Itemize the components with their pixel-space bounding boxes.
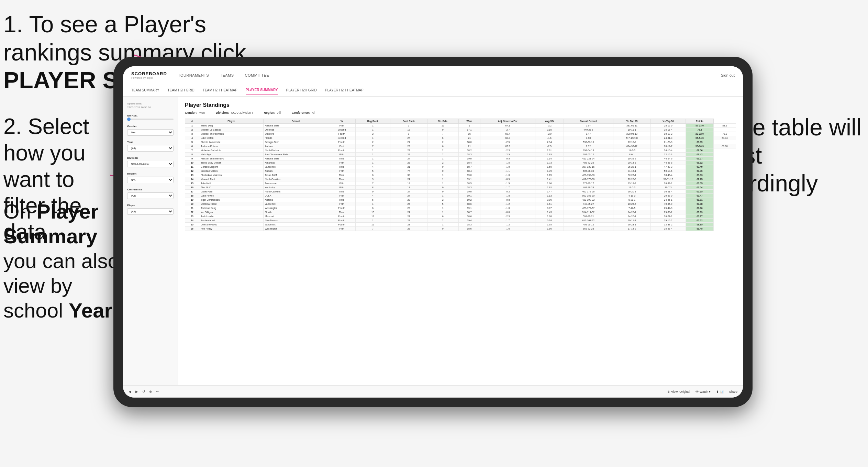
division-label: Division: [127, 156, 174, 159]
filter-division: Division: NCAA Division I: [216, 111, 253, 114]
player-label: Player: [127, 204, 174, 207]
no-rds-slider[interactable]: [127, 119, 174, 120]
tab-team-h2h-grid[interactable]: TEAM H2H GRID: [168, 86, 194, 95]
table-body: 1Wenyi DingArizona StateFirst1115167.1-3…: [185, 124, 736, 231]
toolbar-back[interactable]: ◀: [129, 390, 131, 393]
sidebar: Update time: 27/03/2024 16:56:26 No Rds.…: [123, 97, 178, 385]
logo-sub: Powered by clippi: [131, 76, 167, 79]
table-header-row: # Player School Yr Reg Rank Conf Rank No…: [185, 119, 736, 124]
table-row: 14Maxwell FordNorth CarolinaThird324169.…: [185, 177, 736, 181]
table-row: 17David FordNorth CarolinaThird924069.0-…: [185, 190, 736, 194]
tab-player-summary[interactable]: PLAYER SUMMARY: [246, 85, 278, 95]
logo-title: SCOREBOARD: [131, 71, 167, 76]
table-row: 22Ian GilliganFloridaThird1024168.7-0.81…: [185, 210, 736, 214]
col-conf-rank: Conf Rank: [390, 119, 427, 124]
region-section: Region N/A: [127, 172, 174, 183]
year-label: Year: [127, 141, 174, 144]
table-row: 7Nicholas GabrelcikNorth FloridaFourth12…: [185, 148, 736, 153]
tab-team-h2h-heatmap[interactable]: TEAM H2H HEATMAP: [203, 86, 237, 95]
division-select[interactable]: NCAA Division I: [127, 161, 174, 167]
table-row: 24Bastien AmatNew MexicoFourth127269.4-1…: [185, 219, 736, 223]
col-yr: Yr: [328, 119, 355, 124]
sign-out[interactable]: Sign out: [721, 73, 735, 77]
table-row: 9Preston SummerhaysArizona StateThird124…: [185, 157, 736, 161]
col-school: School: [263, 119, 328, 124]
table-row: 4Luke ClatonFloridaSecond12762168.2-1.61…: [185, 136, 736, 140]
table-row: 16Alex GoffKentuckyFifth819068.3-1.71.92…: [185, 186, 736, 190]
table-row: 26Petr HrubyWashingtonFifth725068.6-1.61…: [185, 227, 736, 231]
nav-tournaments[interactable]: TOURNAMENTS: [178, 72, 209, 79]
filters-row: Gender: Men Division: NCAA Division I Re…: [185, 111, 736, 114]
year-select[interactable]: (All) First Second Third Fourth Fifth: [127, 145, 174, 152]
instruction-bottom: On Player Summary you can also view by s…: [3, 199, 127, 323]
bottom-note-prefix: On: [3, 200, 37, 223]
toolbar-forward[interactable]: ▶: [135, 390, 138, 393]
nav-committee[interactable]: COMMITTEE: [245, 72, 269, 79]
table-row: 11Gordon SargentVanderbiltThird421068.7-…: [185, 165, 736, 169]
update-time: Update time: 27/03/2024 16:56:26: [127, 102, 174, 109]
tablet-screen: SCOREBOARD Powered by clippi TOURNAMENTS…: [123, 66, 743, 398]
col-points: Points: [686, 119, 713, 124]
filter-conference: Conference: All: [292, 111, 315, 114]
filter-gender: Gender: Men: [185, 111, 205, 114]
table-row: 10Jacob Skov OlesenArkansasFifth123268.4…: [185, 161, 736, 165]
toolbar-view: 🖥 View: Original 👁 Watch ▾ ⬆ 📊 Share: [667, 390, 737, 393]
player-select[interactable]: (All): [127, 208, 174, 215]
gender-section: Gender Men Women: [127, 125, 174, 136]
toolbar-more[interactable]: ···: [156, 390, 159, 393]
table-row: 18Luke PowellUCLAFirst424169.1-1.81.1350…: [185, 194, 736, 198]
col-vs-top50: Vs Top 50: [651, 119, 686, 124]
col-vs-top25: Vs Top 25: [613, 119, 651, 124]
toolbar-home[interactable]: ⊕: [149, 390, 152, 393]
table-row: 8Mats EgeEast Tennessee StateFifth124268…: [185, 153, 736, 157]
no-rds-label: No Rds.: [127, 114, 174, 117]
table-row: 5Christo LamprechtGeorgia TechFourth2212…: [185, 140, 736, 144]
col-wins: Wins: [459, 119, 480, 124]
tab-team-summary[interactable]: TEAM SUMMARY: [131, 86, 159, 95]
tab-player-h2h-grid[interactable]: PLAYER H2H GRID: [286, 86, 317, 95]
watch-btn[interactable]: 👁 Watch ▾: [695, 390, 711, 393]
share-controls: ⬆ 📊: [716, 390, 724, 393]
no-rds-section: No Rds.: [127, 114, 174, 120]
table-area: Player Standings Gender: Men Division: N…: [178, 97, 743, 385]
table-row: 1Wenyi DingArizona StateFirst1115167.1-3…: [185, 124, 736, 128]
table-title: Player Standings: [185, 102, 736, 108]
nav-bar: SCOREBOARD Powered by clippi TOURNAMENTS…: [123, 66, 743, 84]
year-section: Year (All) First Second Third Fourth Fif…: [127, 141, 174, 152]
col-reg-rank: Reg Rank: [356, 119, 390, 124]
table-row: 3Michael ThorbjornsenStanfordFourth28715…: [185, 132, 736, 136]
toolbar-reload[interactable]: ↺: [142, 390, 145, 393]
region-select[interactable]: N/A: [127, 177, 174, 183]
player-section: Player (All): [127, 204, 174, 215]
tablet-device: SCOREBOARD Powered by clippi TOURNAMENTS…: [113, 57, 753, 407]
bottom-toolbar: ◀ ▶ ↺ ⊕ ··· 🖥 View: Original 👁 Watch ▾ ⬆…: [123, 385, 743, 398]
table-row: 2Michael Le SassasOle MissSecond118067.1…: [185, 128, 736, 132]
filter-region: Region: All: [264, 111, 281, 114]
col-avg-sg: Avg SG: [535, 119, 564, 124]
table-row: 23Jack LundinMissouriFourth1124668.6-2.3…: [185, 214, 736, 219]
nav-teams[interactable]: TEAMS: [220, 72, 234, 79]
table-row: 25Cole SherwoodVanderbiltFourth1223168.3…: [185, 223, 736, 227]
conference-label: Conference: [127, 188, 174, 191]
table-row: 12Brendan ValdesAuburnFifth577068.4-1.11…: [185, 169, 736, 173]
sub-nav: TEAM SUMMARY TEAM H2H GRID TEAM H2H HEAT…: [123, 84, 743, 97]
conference-select[interactable]: (All): [127, 192, 174, 199]
nav-links: TOURNAMENTS TEAMS COMMITTEE: [178, 72, 721, 79]
conference-section: Conference (All): [127, 188, 174, 199]
main-content: Update time: 27/03/2024 16:56:26 No Rds.…: [123, 97, 743, 385]
table-row: 6Jackson KoivunAuburnFirst72362167.3-2.5…: [185, 144, 736, 148]
col-adj-score: Adj. Score to Par: [480, 119, 535, 124]
table-row: 13Phichakon MaichonTexas A&MThird630169.…: [185, 173, 736, 177]
player-standings-table: # Player School Yr Reg Rank Conf Rank No…: [185, 119, 736, 231]
gender-label: Gender: [127, 125, 174, 128]
share-btn[interactable]: Share: [729, 390, 737, 393]
table-row: 15Jake HallTennesseeFifth718168.5-1.51.6…: [185, 181, 736, 186]
division-section: Division NCAA Division I: [127, 156, 174, 167]
nav-right: Sign out: [721, 73, 735, 77]
view-label: 🖥 View: Original: [667, 390, 690, 393]
table-row: 21Taehoon SongWashingtonFourth623169.1-1…: [185, 206, 736, 210]
gender-select[interactable]: Men Women: [127, 129, 174, 136]
table-row: 20Matthew RiedelVanderbiltFifth126568.6-…: [185, 202, 736, 206]
tab-player-h2h-heatmap[interactable]: PLAYER H2H HEATMAP: [325, 86, 364, 95]
col-overall-record: Overall Record: [564, 119, 613, 124]
